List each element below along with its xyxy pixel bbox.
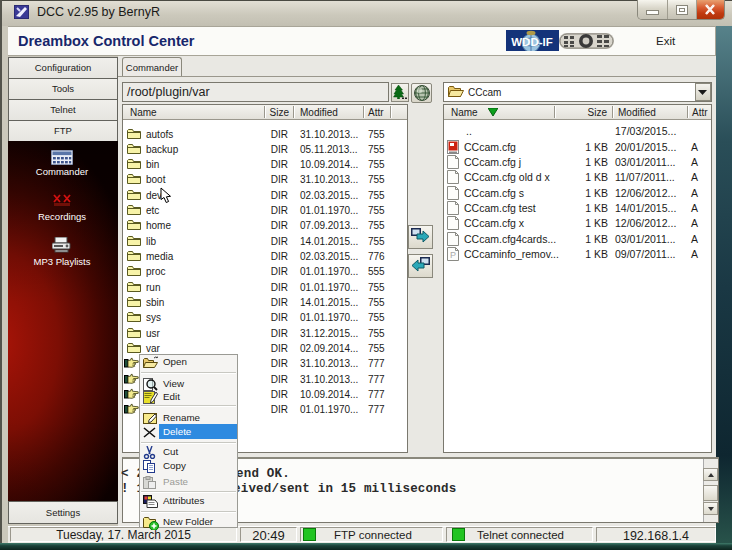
svg-text:WDD-IF: WDD-IF <box>511 36 553 48</box>
svg-text:P: P <box>450 250 456 260</box>
